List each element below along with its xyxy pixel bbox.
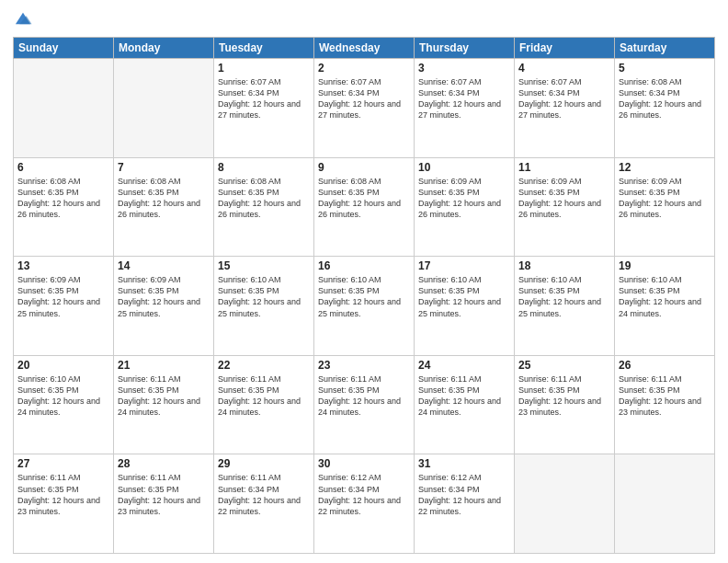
calendar-cell: 5Sunrise: 6:08 AM Sunset: 6:34 PM Daylig… [615,59,715,158]
logo-icon [13,9,33,29]
day-info: Sunrise: 6:11 AM Sunset: 6:35 PM Dayligh… [619,373,711,419]
day-info: Sunrise: 6:08 AM Sunset: 6:34 PM Dayligh… [619,76,711,121]
day-info: Sunrise: 6:11 AM Sunset: 6:35 PM Dayligh… [318,373,410,419]
weekday-header-friday: Friday [515,38,615,59]
day-info: Sunrise: 6:09 AM Sunset: 6:35 PM Dayligh… [518,176,610,221]
page: SundayMondayTuesdayWednesdayThursdayFrid… [0,0,728,563]
day-number: 18 [518,259,610,272]
calendar-cell: 26Sunrise: 6:11 AM Sunset: 6:35 PM Dayli… [615,355,715,454]
day-info: Sunrise: 6:10 AM Sunset: 6:35 PM Dayligh… [518,274,610,319]
day-number: 26 [619,359,711,372]
calendar-cell [515,454,615,554]
calendar-cell: 25Sunrise: 6:11 AM Sunset: 6:35 PM Dayli… [515,355,615,454]
weekday-header-thursday: Thursday [415,38,515,59]
day-number: 7 [118,161,210,174]
calendar-cell: 28Sunrise: 6:11 AM Sunset: 6:35 PM Dayli… [114,454,214,554]
day-info: Sunrise: 6:10 AM Sunset: 6:35 PM Dayligh… [17,373,109,419]
weekday-header-sunday: Sunday [14,38,114,59]
day-info: Sunrise: 6:11 AM Sunset: 6:35 PM Dayligh… [17,472,109,517]
logo [13,9,35,29]
day-number: 5 [619,62,711,75]
weekday-header-tuesday: Tuesday [214,38,314,59]
calendar-table: SundayMondayTuesdayWednesdayThursdayFrid… [13,37,715,554]
day-number: 24 [418,359,510,372]
calendar-cell: 24Sunrise: 6:11 AM Sunset: 6:35 PM Dayli… [415,355,515,454]
calendar-cell: 27Sunrise: 6:11 AM Sunset: 6:35 PM Dayli… [14,454,114,554]
calendar-week-3: 13Sunrise: 6:09 AM Sunset: 6:35 PM Dayli… [14,257,715,356]
weekday-header-saturday: Saturday [615,38,715,59]
day-info: Sunrise: 6:10 AM Sunset: 6:35 PM Dayligh… [218,274,310,319]
calendar-cell: 31Sunrise: 6:12 AM Sunset: 6:34 PM Dayli… [415,454,515,554]
day-number: 19 [619,259,711,272]
day-number: 21 [118,359,210,372]
day-info: Sunrise: 6:07 AM Sunset: 6:34 PM Dayligh… [218,76,310,121]
calendar-cell: 29Sunrise: 6:11 AM Sunset: 6:34 PM Dayli… [214,454,314,554]
calendar-cell: 11Sunrise: 6:09 AM Sunset: 6:35 PM Dayli… [515,157,615,257]
day-number: 29 [218,457,310,470]
day-number: 6 [17,161,109,174]
calendar-cell: 4Sunrise: 6:07 AM Sunset: 6:34 PM Daylig… [515,59,615,158]
day-info: Sunrise: 6:09 AM Sunset: 6:35 PM Dayligh… [118,274,210,319]
day-number: 2 [318,62,410,75]
calendar-cell: 2Sunrise: 6:07 AM Sunset: 6:34 PM Daylig… [314,59,415,158]
calendar-cell: 21Sunrise: 6:11 AM Sunset: 6:35 PM Dayli… [114,355,214,454]
day-info: Sunrise: 6:07 AM Sunset: 6:34 PM Dayligh… [318,76,410,121]
calendar-cell: 30Sunrise: 6:12 AM Sunset: 6:34 PM Dayli… [314,454,415,554]
calendar-week-1: 1Sunrise: 6:07 AM Sunset: 6:34 PM Daylig… [14,59,715,158]
calendar-cell: 1Sunrise: 6:07 AM Sunset: 6:34 PM Daylig… [214,59,314,158]
day-number: 27 [17,457,109,470]
day-info: Sunrise: 6:11 AM Sunset: 6:35 PM Dayligh… [218,373,310,419]
day-info: Sunrise: 6:11 AM Sunset: 6:35 PM Dayligh… [118,472,210,517]
day-info: Sunrise: 6:10 AM Sunset: 6:35 PM Dayligh… [619,274,711,319]
calendar-week-5: 27Sunrise: 6:11 AM Sunset: 6:35 PM Dayli… [14,454,715,554]
calendar-cell: 12Sunrise: 6:09 AM Sunset: 6:35 PM Dayli… [615,157,715,257]
day-info: Sunrise: 6:07 AM Sunset: 6:34 PM Dayligh… [418,76,510,121]
calendar-week-2: 6Sunrise: 6:08 AM Sunset: 6:35 PM Daylig… [14,157,715,257]
weekday-header-wednesday: Wednesday [314,38,415,59]
day-info: Sunrise: 6:12 AM Sunset: 6:34 PM Dayligh… [418,472,510,517]
day-number: 20 [17,359,109,372]
calendar-cell: 7Sunrise: 6:08 AM Sunset: 6:35 PM Daylig… [114,157,214,257]
calendar-cell: 19Sunrise: 6:10 AM Sunset: 6:35 PM Dayli… [615,257,715,356]
day-number: 28 [118,457,210,470]
day-number: 25 [518,359,610,372]
calendar-cell: 18Sunrise: 6:10 AM Sunset: 6:35 PM Dayli… [515,257,615,356]
day-info: Sunrise: 6:08 AM Sunset: 6:35 PM Dayligh… [318,176,410,221]
day-number: 1 [218,62,310,75]
day-info: Sunrise: 6:09 AM Sunset: 6:35 PM Dayligh… [619,176,711,221]
calendar-header-row: SundayMondayTuesdayWednesdayThursdayFrid… [14,38,715,59]
day-number: 22 [218,359,310,372]
day-info: Sunrise: 6:11 AM Sunset: 6:35 PM Dayligh… [518,373,610,419]
calendar-cell: 23Sunrise: 6:11 AM Sunset: 6:35 PM Dayli… [314,355,415,454]
calendar-cell: 13Sunrise: 6:09 AM Sunset: 6:35 PM Dayli… [14,257,114,356]
day-info: Sunrise: 6:09 AM Sunset: 6:35 PM Dayligh… [17,274,109,319]
day-info: Sunrise: 6:10 AM Sunset: 6:35 PM Dayligh… [418,274,510,319]
calendar-cell: 17Sunrise: 6:10 AM Sunset: 6:35 PM Dayli… [415,257,515,356]
day-number: 4 [518,62,610,75]
day-info: Sunrise: 6:11 AM Sunset: 6:35 PM Dayligh… [418,373,510,419]
day-number: 14 [118,259,210,272]
day-info: Sunrise: 6:08 AM Sunset: 6:35 PM Dayligh… [218,176,310,221]
day-number: 9 [318,161,410,174]
calendar-cell: 10Sunrise: 6:09 AM Sunset: 6:35 PM Dayli… [415,157,515,257]
calendar-cell: 22Sunrise: 6:11 AM Sunset: 6:35 PM Dayli… [214,355,314,454]
day-number: 30 [318,457,410,470]
day-number: 23 [318,359,410,372]
calendar-cell: 6Sunrise: 6:08 AM Sunset: 6:35 PM Daylig… [14,157,114,257]
day-number: 15 [218,259,310,272]
calendar-cell: 15Sunrise: 6:10 AM Sunset: 6:35 PM Dayli… [214,257,314,356]
weekday-header-monday: Monday [114,38,214,59]
calendar-cell: 16Sunrise: 6:10 AM Sunset: 6:35 PM Dayli… [314,257,415,356]
day-number: 3 [418,62,510,75]
day-number: 17 [418,259,510,272]
day-info: Sunrise: 6:12 AM Sunset: 6:34 PM Dayligh… [318,472,410,517]
day-info: Sunrise: 6:08 AM Sunset: 6:35 PM Dayligh… [118,176,210,221]
calendar-cell: 14Sunrise: 6:09 AM Sunset: 6:35 PM Dayli… [114,257,214,356]
day-number: 10 [418,161,510,174]
calendar-cell: 20Sunrise: 6:10 AM Sunset: 6:35 PM Dayli… [14,355,114,454]
day-info: Sunrise: 6:11 AM Sunset: 6:34 PM Dayligh… [218,472,310,517]
day-number: 11 [518,161,610,174]
day-number: 8 [218,161,310,174]
day-info: Sunrise: 6:07 AM Sunset: 6:34 PM Dayligh… [518,76,610,121]
calendar-cell [615,454,715,554]
